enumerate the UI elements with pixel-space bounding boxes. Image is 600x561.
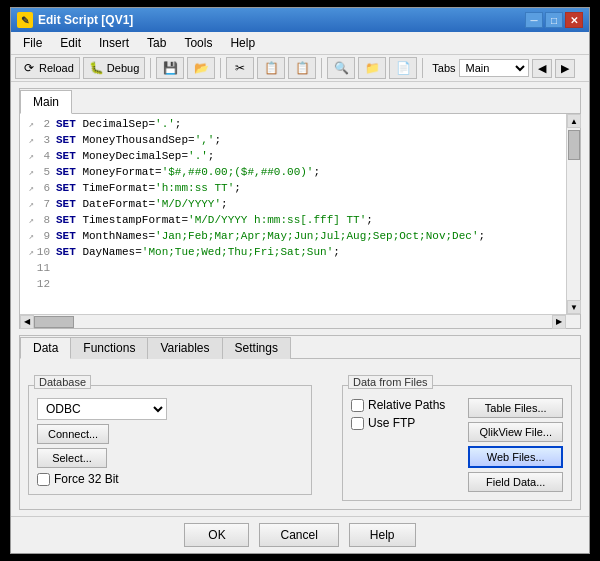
- tabs-dropdown[interactable]: Main: [459, 59, 529, 77]
- minimize-button[interactable]: ─: [525, 12, 543, 28]
- cut-icon: ✂: [232, 60, 248, 76]
- vertical-scrollbar[interactable]: ▲ ▼: [566, 114, 580, 314]
- toolbar-sep-1: [150, 58, 151, 78]
- gutter-arrow: ↗: [24, 215, 34, 225]
- data-tab-content: Database ODBC Connect...: [20, 359, 580, 509]
- gutter-arrow: [24, 263, 34, 273]
- tab-next-icon: ▶: [561, 62, 569, 75]
- force32-checkbox[interactable]: [37, 473, 50, 486]
- scroll-down-arrow[interactable]: ▼: [567, 300, 581, 314]
- cancel-button[interactable]: Cancel: [259, 523, 338, 547]
- menu-file[interactable]: File: [15, 34, 50, 52]
- content-area: Main ↗2 SET DecimalSep='.'; ↗3 SET Money…: [11, 82, 589, 516]
- qlikview-file-button[interactable]: QlikView File...: [468, 422, 563, 442]
- db-selector-row: ODBC: [37, 398, 303, 420]
- editor-panel: Main ↗2 SET DecimalSep='.'; ↗3 SET Money…: [19, 88, 581, 329]
- code-line: ↗6 SET TimeFormat='h:mm:ss TT';: [20, 182, 580, 198]
- use-ftp-checkbox[interactable]: [351, 417, 364, 430]
- ok-button[interactable]: OK: [184, 523, 249, 547]
- toolbar-sep-4: [422, 58, 423, 78]
- data-row: Database ODBC Connect...: [28, 367, 572, 501]
- tab-data[interactable]: Data: [20, 337, 71, 359]
- relative-paths-checkbox[interactable]: [351, 399, 364, 412]
- database-section: Database ODBC Connect...: [28, 367, 312, 495]
- paste-button[interactable]: 📋: [288, 57, 316, 79]
- menu-help[interactable]: Help: [222, 34, 263, 52]
- select-button[interactable]: Select...: [37, 448, 107, 468]
- open-button[interactable]: 📂: [187, 57, 215, 79]
- copy-icon: 📋: [263, 60, 279, 76]
- tab-main[interactable]: Main: [20, 90, 72, 114]
- field-data-button[interactable]: Field Data...: [468, 472, 563, 492]
- help-button[interactable]: Help: [349, 523, 416, 547]
- scroll-left-arrow[interactable]: ◀: [20, 315, 34, 329]
- scroll-right-arrow[interactable]: ▶: [552, 315, 566, 329]
- scroll-up-arrow[interactable]: ▲: [567, 114, 581, 128]
- title-bar: ✎ Edit Script [QV1] ─ □ ✕: [11, 8, 589, 32]
- footer-bar: OK Cancel Help: [11, 516, 589, 553]
- horiz-track: [34, 316, 552, 328]
- files-button[interactable]: 📁: [358, 57, 386, 79]
- code-line: 11: [20, 262, 580, 278]
- relative-paths-label: Relative Paths: [368, 398, 445, 412]
- gutter-arrow: ↗: [24, 183, 34, 193]
- bottom-panel: Data Functions Variables Settings Databa…: [19, 335, 581, 510]
- code-line: ↗9 SET MonthNames='Jan;Feb;Mar;Apr;May;J…: [20, 230, 580, 246]
- doc-button[interactable]: 📄: [389, 57, 417, 79]
- scroll-track: [567, 128, 580, 300]
- tab-prev-button[interactable]: ◀: [532, 59, 552, 78]
- debug-button[interactable]: 🐛 Debug: [83, 57, 145, 79]
- doc-icon: 📄: [395, 60, 411, 76]
- code-line: ↗3 SET MoneyThousandSep=',';: [20, 134, 580, 150]
- debug-label: Debug: [107, 62, 139, 74]
- horiz-thumb[interactable]: [34, 316, 74, 328]
- save-button[interactable]: 💾: [156, 57, 184, 79]
- find-button[interactable]: 🔍: [327, 57, 355, 79]
- tabs-label: Tabs: [432, 62, 455, 74]
- table-files-button[interactable]: Table Files...: [468, 398, 563, 418]
- tab-functions[interactable]: Functions: [70, 337, 148, 359]
- cut-button[interactable]: ✂: [226, 57, 254, 79]
- reload-label: Reload: [39, 62, 74, 74]
- toolbar: ⟳ Reload 🐛 Debug 💾 📂 ✂ 📋 📋 🔍 📁 📄 Tabs Ma…: [11, 55, 589, 82]
- restore-button[interactable]: □: [545, 12, 563, 28]
- gutter-arrow: ↗: [24, 167, 34, 177]
- horizontal-scrollbar[interactable]: ◀ ▶: [20, 314, 580, 328]
- files-icon: 📁: [364, 60, 380, 76]
- scroll-thumb[interactable]: [568, 130, 580, 160]
- checkboxes-col: Relative Paths Use FTP: [351, 398, 460, 492]
- editor-tab-header: Main: [20, 89, 580, 114]
- force32-checkbox-row: Force 32 Bit: [37, 472, 303, 486]
- find-icon: 🔍: [333, 60, 349, 76]
- database-dropdown[interactable]: ODBC: [37, 398, 167, 420]
- menu-bar: File Edit Insert Tab Tools Help: [11, 32, 589, 55]
- debug-icon: 🐛: [89, 60, 105, 76]
- gutter-arrow: [24, 279, 34, 289]
- relative-paths-row: Relative Paths: [351, 398, 460, 412]
- menu-tab[interactable]: Tab: [139, 34, 174, 52]
- code-editor[interactable]: ↗2 SET DecimalSep='.'; ↗3 SET MoneyThous…: [20, 114, 580, 314]
- files-section-label: Data from Files: [348, 375, 433, 389]
- code-line: ↗8 SET TimestampFormat='M/D/YYYY h:mm:ss…: [20, 214, 580, 230]
- connect-button[interactable]: Connect...: [37, 424, 109, 444]
- menu-edit[interactable]: Edit: [52, 34, 89, 52]
- tab-settings[interactable]: Settings: [222, 337, 291, 359]
- tab-variables[interactable]: Variables: [147, 337, 222, 359]
- copy-button[interactable]: 📋: [257, 57, 285, 79]
- close-button[interactable]: ✕: [565, 12, 583, 28]
- reload-button[interactable]: ⟳ Reload: [15, 57, 80, 79]
- database-box-wrap: Database ODBC Connect...: [28, 367, 312, 495]
- web-files-button[interactable]: Web Files...: [468, 446, 563, 468]
- menu-tools[interactable]: Tools: [176, 34, 220, 52]
- use-ftp-row: Use FTP: [351, 416, 460, 430]
- force32-label: Force 32 Bit: [54, 472, 119, 486]
- tab-next-button[interactable]: ▶: [555, 59, 575, 78]
- code-line: ↗10 SET DayNames='Mon;Tue;Wed;Thu;Fri;Sa…: [20, 246, 580, 262]
- force32-row: Select...: [37, 448, 303, 468]
- tabs-select-group: Tabs Main: [432, 59, 528, 77]
- menu-insert[interactable]: Insert: [91, 34, 137, 52]
- toolbar-sep-2: [220, 58, 221, 78]
- gutter-arrow: ↗: [24, 135, 34, 145]
- files-box: Relative Paths Use FTP Table Files: [342, 385, 572, 501]
- gutter-arrow: ↗: [24, 151, 34, 161]
